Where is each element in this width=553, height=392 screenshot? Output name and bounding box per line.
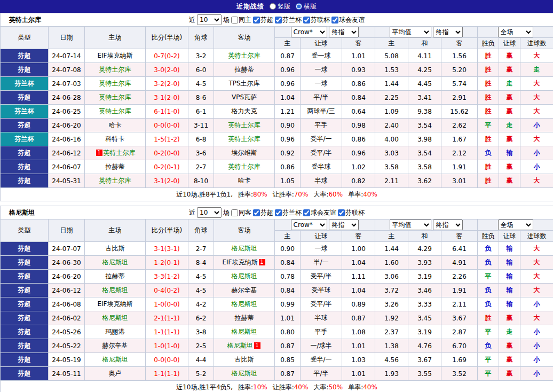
euro-odds-source-select[interactable]: 平均值 [390,27,431,37]
league-filter-1[interactable]: 芬兰杯 [275,15,302,25]
league-filter-1[interactable]: 芬兰杯 [275,208,302,217]
score-cell[interactable]: 3-2(2-0) [146,77,188,91]
score-cell[interactable]: 3-1(2-0) [146,174,188,188]
away-team-cell[interactable]: 英特土尔库 [214,132,275,146]
score-cell[interactable]: 0-2(0-0) [146,146,188,160]
asian-odds-time-select[interactable]: 终指 [329,219,359,230]
away-team-cell[interactable]: 哈卡 [214,174,275,188]
layout-option-horizontal[interactable]: 横版 [296,2,317,11]
home-team-cell[interactable]: 科特卡 [85,132,146,146]
result-cell: 胜 [478,91,499,105]
home-team-cell[interactable]: 古比斯 [85,242,146,256]
odds-company-select[interactable]: Crow* [291,27,327,37]
score-cell[interactable]: 3-3(1-2) [146,270,188,284]
away-team-cell[interactable]: 赫尔辛基 [214,284,275,297]
league-checkbox[interactable] [338,209,345,216]
score-cell[interactable]: 1-2(0-1) [146,256,188,270]
away-team-cell[interactable]: 古比斯 [214,353,275,367]
away-team-cell[interactable]: 英特土尔库 [214,160,275,174]
recent-count-select[interactable]: 10 [197,14,222,25]
home-team-cell[interactable]: 1英特土尔库 [85,146,146,160]
layout-option-vertical[interactable]: 竖版 [270,2,290,11]
score-cell[interactable]: 3-1(2-0) [146,91,188,105]
venue-checkbox[interactable] [231,17,238,23]
home-team-cell[interactable]: 英特土尔库 [85,63,146,77]
score-cell[interactable]: 0-0(0-0) [146,119,188,132]
home-team-cell[interactable]: 英特土尔库 [85,91,146,105]
score-cell[interactable]: 1-5(1-2) [146,132,188,146]
home-team-cell[interactable]: 格尼斯坦 [85,256,146,270]
league-filter-3[interactable]: 球会友谊 [331,15,365,25]
home-team-cell[interactable]: 玛丽港 [85,325,146,339]
odds-company-select[interactable]: Crow* [291,219,327,230]
score-cell[interactable]: 3-0(2-0) [146,63,188,77]
away-team-cell[interactable]: 格力夫克 [214,105,275,119]
home-team-cell[interactable]: 格尼斯坦 [85,284,146,297]
away-team-cell[interactable]: 格尼斯坦 [214,325,275,339]
away-team-cell[interactable]: 英特土尔库 [214,119,275,132]
ah-away-odds-cell: 0.98 [342,119,375,132]
away-team-cell[interactable]: 拉赫蒂 [214,311,275,325]
score-cell[interactable]: 0-0(0-0) [146,353,188,367]
league-checkbox[interactable] [303,17,310,23]
home-team-cell[interactable]: 拉赫蒂 [85,270,146,284]
team-name[interactable]: 格尼斯坦 [9,208,35,217]
league-filter-2[interactable]: 芬联杯 [303,15,330,25]
away-team-cell[interactable]: 格尼斯坦 [214,297,275,311]
home-team-cell[interactable]: 奥卢 [85,367,146,381]
league-checkbox[interactable] [253,17,260,23]
asian-odds-time-select[interactable]: 终指 [329,27,359,37]
league-filter-2[interactable]: 球会友谊 [303,208,336,217]
home-team-cell[interactable]: 赫尔辛基 [85,339,146,353]
home-team-cell[interactable]: 英特土尔库 [85,174,146,188]
away-team-cell[interactable]: TPS土尔库 [214,77,275,91]
home-team-cell[interactable]: EIF埃克纳斯 [85,297,146,311]
score-cell[interactable]: 3-1(3-1) [146,242,188,256]
home-team-cell[interactable]: 英特土尔库 [85,77,146,91]
euro-odds-time-select[interactable]: 终指 [433,27,463,37]
score-cell[interactable]: 6-1(1-0) [146,105,188,119]
score-cell[interactable]: 0-4(0-2) [146,284,188,297]
euro-odds-source-select[interactable]: 平均值 [390,219,431,230]
score-cell[interactable]: 1-0(1-0) [146,339,188,353]
home-team-cell[interactable]: 格尼斯坦 [85,353,146,367]
league-filter-3[interactable]: 芬联杯 [338,208,365,217]
league-checkbox[interactable] [275,17,282,23]
away-team-cell[interactable]: 格尼斯坦1 [214,339,275,353]
home-team-cell[interactable]: 哈卡 [85,119,146,132]
home-team-cell[interactable]: 拉赫蒂 [85,160,146,174]
score-cell[interactable]: 1-1(1-1) [146,367,188,381]
score-cell[interactable]: 1-0(0-0) [146,297,188,311]
home-team-cell[interactable]: 英特土尔库 [85,105,146,119]
away-team-cell[interactable]: VPS瓦萨 [214,91,275,105]
venue-filter[interactable]: 同主 [231,15,251,25]
score-cell[interactable]: 0-7(0-2) [146,49,188,63]
recent-count-select[interactable]: 10 [197,207,222,218]
euro-odds-time-select[interactable]: 终指 [433,219,463,230]
horizontal-radio[interactable] [296,3,302,10]
league-checkbox[interactable] [275,209,282,216]
league-checkbox[interactable] [303,209,310,216]
home-team-cell[interactable]: EIF埃克纳斯 [85,49,146,63]
venue-checkbox[interactable] [231,209,238,216]
league-checkbox[interactable] [331,17,338,23]
away-team-cell[interactable]: 拉赫蒂 [214,63,275,77]
scope-select[interactable]: 全场 [498,219,533,230]
away-team-cell[interactable]: 埃尔维斯 [214,146,275,160]
league-checkbox[interactable] [253,209,260,216]
away-team-cell[interactable]: 英特土尔库 [214,49,275,63]
away-team-cell[interactable]: 格尼斯坦 [214,270,275,284]
vertical-radio[interactable] [270,3,276,10]
team-name[interactable]: 英特土尔库 [9,15,41,25]
score-cell[interactable]: 1-1(1-1) [146,325,188,339]
score-cell[interactable]: 0-2(0-1) [146,160,188,174]
league-filter-0[interactable]: 芬超 [253,15,273,25]
home-team-cell[interactable]: 格尼斯坦 [85,311,146,325]
scope-select[interactable]: 全场 [498,27,533,37]
away-team-cell[interactable]: EIF埃克纳斯1 [214,256,275,270]
league-filter-0[interactable]: 芬超 [253,208,273,217]
venue-filter[interactable]: 同客 [231,208,251,217]
away-team-cell[interactable]: 格尼斯坦 [214,367,275,381]
away-team-cell[interactable]: 格尼斯坦 [214,242,275,256]
score-cell[interactable]: 2-1(1-1) [146,311,188,325]
